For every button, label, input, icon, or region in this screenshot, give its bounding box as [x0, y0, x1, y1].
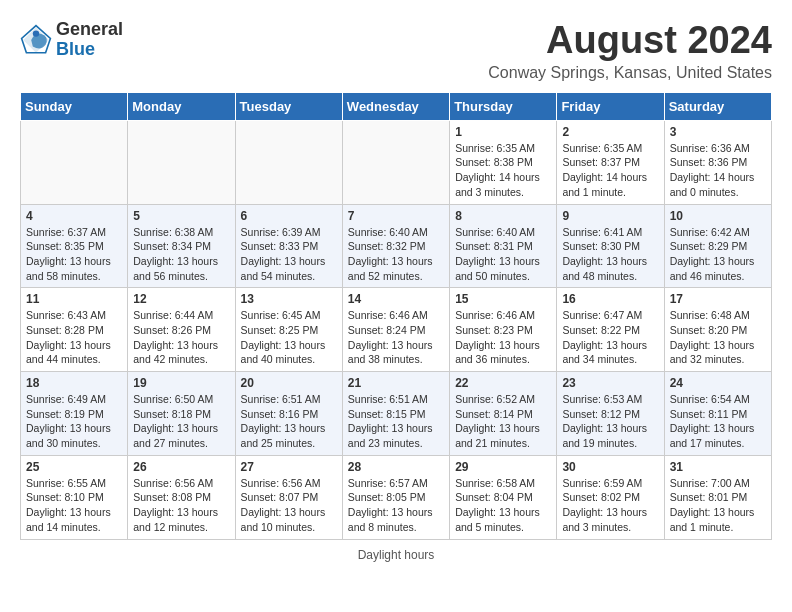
calendar-week-1: 1Sunrise: 6:35 AM Sunset: 8:38 PM Daylig…: [21, 120, 772, 204]
calendar-cell: 21Sunrise: 6:51 AM Sunset: 8:15 PM Dayli…: [342, 372, 449, 456]
logo: General Blue: [20, 20, 123, 60]
day-info: Sunrise: 6:40 AM Sunset: 8:31 PM Dayligh…: [455, 225, 551, 284]
logo-icon: [20, 24, 52, 56]
calendar-header: SundayMondayTuesdayWednesdayThursdayFrid…: [21, 92, 772, 120]
day-number: 10: [670, 209, 766, 223]
calendar-cell: 8Sunrise: 6:40 AM Sunset: 8:31 PM Daylig…: [450, 204, 557, 288]
day-number: 8: [455, 209, 551, 223]
svg-point-2: [33, 30, 39, 36]
day-number: 14: [348, 292, 444, 306]
day-number: 15: [455, 292, 551, 306]
day-info: Sunrise: 6:48 AM Sunset: 8:20 PM Dayligh…: [670, 308, 766, 367]
header-cell-saturday: Saturday: [664, 92, 771, 120]
logo-text: General Blue: [56, 20, 123, 60]
day-number: 25: [26, 460, 122, 474]
calendar-cell: 14Sunrise: 6:46 AM Sunset: 8:24 PM Dayli…: [342, 288, 449, 372]
day-info: Sunrise: 7:00 AM Sunset: 8:01 PM Dayligh…: [670, 476, 766, 535]
calendar-cell: [128, 120, 235, 204]
day-number: 17: [670, 292, 766, 306]
day-info: Sunrise: 6:54 AM Sunset: 8:11 PM Dayligh…: [670, 392, 766, 451]
calendar-cell: 9Sunrise: 6:41 AM Sunset: 8:30 PM Daylig…: [557, 204, 664, 288]
page-title: August 2024: [488, 20, 772, 62]
calendar-cell: 10Sunrise: 6:42 AM Sunset: 8:29 PM Dayli…: [664, 204, 771, 288]
day-info: Sunrise: 6:51 AM Sunset: 8:15 PM Dayligh…: [348, 392, 444, 451]
day-info: Sunrise: 6:45 AM Sunset: 8:25 PM Dayligh…: [241, 308, 337, 367]
day-info: Sunrise: 6:46 AM Sunset: 8:23 PM Dayligh…: [455, 308, 551, 367]
day-number: 16: [562, 292, 658, 306]
day-info: Sunrise: 6:53 AM Sunset: 8:12 PM Dayligh…: [562, 392, 658, 451]
calendar-week-5: 25Sunrise: 6:55 AM Sunset: 8:10 PM Dayli…: [21, 455, 772, 539]
day-number: 5: [133, 209, 229, 223]
calendar-cell: 31Sunrise: 7:00 AM Sunset: 8:01 PM Dayli…: [664, 455, 771, 539]
calendar-week-4: 18Sunrise: 6:49 AM Sunset: 8:19 PM Dayli…: [21, 372, 772, 456]
day-info: Sunrise: 6:55 AM Sunset: 8:10 PM Dayligh…: [26, 476, 122, 535]
day-info: Sunrise: 6:35 AM Sunset: 8:38 PM Dayligh…: [455, 141, 551, 200]
day-info: Sunrise: 6:37 AM Sunset: 8:35 PM Dayligh…: [26, 225, 122, 284]
footer-text: Daylight hours: [358, 548, 435, 562]
day-number: 4: [26, 209, 122, 223]
day-info: Sunrise: 6:50 AM Sunset: 8:18 PM Dayligh…: [133, 392, 229, 451]
calendar-cell: 6Sunrise: 6:39 AM Sunset: 8:33 PM Daylig…: [235, 204, 342, 288]
calendar-cell: 18Sunrise: 6:49 AM Sunset: 8:19 PM Dayli…: [21, 372, 128, 456]
title-area: August 2024 Conway Springs, Kansas, Unit…: [488, 20, 772, 82]
day-number: 19: [133, 376, 229, 390]
day-number: 29: [455, 460, 551, 474]
calendar-cell: 20Sunrise: 6:51 AM Sunset: 8:16 PM Dayli…: [235, 372, 342, 456]
calendar-cell: 16Sunrise: 6:47 AM Sunset: 8:22 PM Dayli…: [557, 288, 664, 372]
day-info: Sunrise: 6:35 AM Sunset: 8:37 PM Dayligh…: [562, 141, 658, 200]
day-number: 9: [562, 209, 658, 223]
day-number: 7: [348, 209, 444, 223]
day-number: 28: [348, 460, 444, 474]
calendar-cell: 26Sunrise: 6:56 AM Sunset: 8:08 PM Dayli…: [128, 455, 235, 539]
calendar-cell: 15Sunrise: 6:46 AM Sunset: 8:23 PM Dayli…: [450, 288, 557, 372]
header: General Blue August 2024 Conway Springs,…: [20, 20, 772, 82]
header-cell-tuesday: Tuesday: [235, 92, 342, 120]
day-number: 30: [562, 460, 658, 474]
header-cell-sunday: Sunday: [21, 92, 128, 120]
calendar-week-2: 4Sunrise: 6:37 AM Sunset: 8:35 PM Daylig…: [21, 204, 772, 288]
day-number: 26: [133, 460, 229, 474]
day-number: 31: [670, 460, 766, 474]
day-number: 13: [241, 292, 337, 306]
calendar-cell: [21, 120, 128, 204]
calendar-cell: 1Sunrise: 6:35 AM Sunset: 8:38 PM Daylig…: [450, 120, 557, 204]
day-number: 3: [670, 125, 766, 139]
day-info: Sunrise: 6:56 AM Sunset: 8:07 PM Dayligh…: [241, 476, 337, 535]
calendar-body: 1Sunrise: 6:35 AM Sunset: 8:38 PM Daylig…: [21, 120, 772, 539]
calendar-cell: 24Sunrise: 6:54 AM Sunset: 8:11 PM Dayli…: [664, 372, 771, 456]
calendar-cell: [235, 120, 342, 204]
day-number: 18: [26, 376, 122, 390]
calendar-cell: 28Sunrise: 6:57 AM Sunset: 8:05 PM Dayli…: [342, 455, 449, 539]
calendar-cell: 27Sunrise: 6:56 AM Sunset: 8:07 PM Dayli…: [235, 455, 342, 539]
page-subtitle: Conway Springs, Kansas, United States: [488, 64, 772, 82]
calendar-cell: 19Sunrise: 6:50 AM Sunset: 8:18 PM Dayli…: [128, 372, 235, 456]
calendar-cell: 13Sunrise: 6:45 AM Sunset: 8:25 PM Dayli…: [235, 288, 342, 372]
calendar-table: SundayMondayTuesdayWednesdayThursdayFrid…: [20, 92, 772, 540]
calendar-cell: 17Sunrise: 6:48 AM Sunset: 8:20 PM Dayli…: [664, 288, 771, 372]
calendar-week-3: 11Sunrise: 6:43 AM Sunset: 8:28 PM Dayli…: [21, 288, 772, 372]
calendar-cell: 5Sunrise: 6:38 AM Sunset: 8:34 PM Daylig…: [128, 204, 235, 288]
calendar-cell: 25Sunrise: 6:55 AM Sunset: 8:10 PM Dayli…: [21, 455, 128, 539]
day-number: 6: [241, 209, 337, 223]
day-number: 11: [26, 292, 122, 306]
header-cell-monday: Monday: [128, 92, 235, 120]
day-number: 21: [348, 376, 444, 390]
day-number: 22: [455, 376, 551, 390]
header-cell-friday: Friday: [557, 92, 664, 120]
day-info: Sunrise: 6:58 AM Sunset: 8:04 PM Dayligh…: [455, 476, 551, 535]
day-number: 27: [241, 460, 337, 474]
day-info: Sunrise: 6:52 AM Sunset: 8:14 PM Dayligh…: [455, 392, 551, 451]
calendar-cell: 2Sunrise: 6:35 AM Sunset: 8:37 PM Daylig…: [557, 120, 664, 204]
calendar-cell: 4Sunrise: 6:37 AM Sunset: 8:35 PM Daylig…: [21, 204, 128, 288]
calendar-cell: 22Sunrise: 6:52 AM Sunset: 8:14 PM Dayli…: [450, 372, 557, 456]
footer-note: Daylight hours: [20, 548, 772, 562]
header-cell-wednesday: Wednesday: [342, 92, 449, 120]
day-info: Sunrise: 6:41 AM Sunset: 8:30 PM Dayligh…: [562, 225, 658, 284]
day-number: 24: [670, 376, 766, 390]
day-info: Sunrise: 6:46 AM Sunset: 8:24 PM Dayligh…: [348, 308, 444, 367]
day-number: 12: [133, 292, 229, 306]
day-info: Sunrise: 6:59 AM Sunset: 8:02 PM Dayligh…: [562, 476, 658, 535]
day-info: Sunrise: 6:42 AM Sunset: 8:29 PM Dayligh…: [670, 225, 766, 284]
calendar-cell: 23Sunrise: 6:53 AM Sunset: 8:12 PM Dayli…: [557, 372, 664, 456]
day-info: Sunrise: 6:40 AM Sunset: 8:32 PM Dayligh…: [348, 225, 444, 284]
